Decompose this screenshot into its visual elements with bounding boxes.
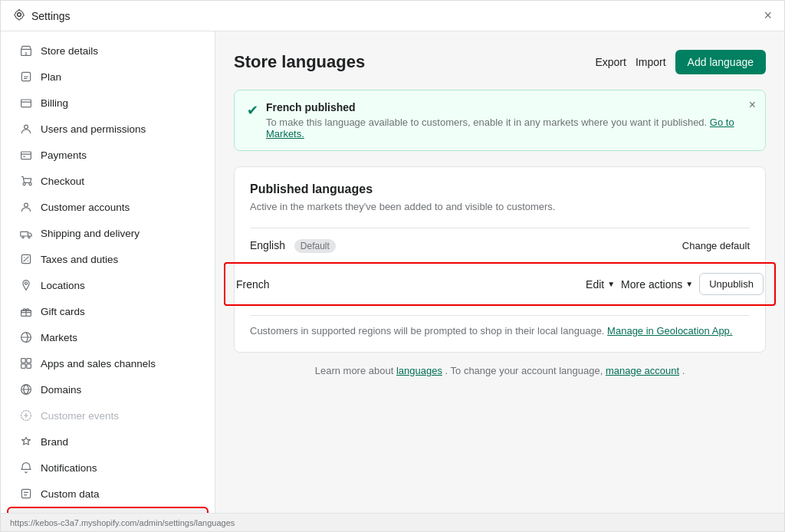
- french-label: French: [236, 278, 586, 291]
- sidebar-item-checkout[interactable]: Checkout: [7, 168, 209, 194]
- svg-rect-12: [21, 359, 26, 363]
- page-title: Store languages: [234, 52, 365, 72]
- sidebar-label-plan: Plan: [41, 71, 61, 83]
- footer-note: Learn more about languages . To change y…: [234, 365, 766, 376]
- sidebar-label-customer-events: Customer events: [41, 410, 119, 422]
- more-actions-dropdown-button[interactable]: More actions ▼: [621, 278, 693, 291]
- edit-dropdown-button[interactable]: Edit ▼: [586, 278, 615, 291]
- manage-account-link[interactable]: manage account: [606, 365, 679, 376]
- english-label: English Default: [250, 239, 682, 251]
- sidebar-item-domains[interactable]: Domains: [7, 376, 209, 402]
- svg-rect-4: [21, 152, 31, 159]
- sidebar-item-store-details[interactable]: Store details: [7, 38, 209, 64]
- geolocation-note: Customers in supported regions will be p…: [250, 315, 750, 337]
- sidebar-label-customer-accounts: Customer accounts: [41, 202, 130, 213]
- location-icon: [19, 278, 33, 292]
- sidebar-label-custom-data: Custom data: [41, 488, 100, 500]
- svg-rect-14: [21, 364, 26, 369]
- sidebar-item-apps[interactable]: Apps and sales channels: [7, 350, 209, 376]
- chevron-down-icon: ▼: [607, 280, 615, 288]
- card-description: Active in the markets they've been added…: [250, 201, 750, 212]
- alert-description: To make this language available to custo…: [266, 117, 753, 140]
- sidebar-item-users-permissions[interactable]: Users and permissions: [7, 116, 209, 142]
- settings-icon: [13, 8, 25, 23]
- sidebar-label-brand: Brand: [41, 436, 68, 448]
- close-button[interactable]: ×: [764, 8, 772, 24]
- sidebar-label-shipping: Shipping and delivery: [41, 228, 140, 239]
- card-title: Published languages: [250, 182, 750, 196]
- status-url: https://kebos-c3a7.myshopify.com/admin/s…: [10, 518, 235, 527]
- status-bar: https://kebos-c3a7.myshopify.com/admin/s…: [1, 513, 784, 531]
- page-header: Store languages Export Import Add langua…: [234, 50, 766, 74]
- sidebar-label-users: Users and permissions: [41, 123, 146, 135]
- checkout-icon: [19, 174, 33, 188]
- french-actions: Edit ▼ More actions ▼ Unpublish: [586, 273, 764, 295]
- billing-icon: [19, 96, 33, 110]
- svg-point-7: [28, 236, 30, 238]
- sidebar-item-markets[interactable]: Markets: [7, 324, 209, 350]
- app-window: Settings × Store details Plan: [0, 0, 785, 532]
- title-bar: Settings ×: [1, 1, 784, 31]
- sidebar: Store details Plan Billing Users and per…: [1, 31, 215, 513]
- store-icon: [19, 44, 33, 57]
- shipping-icon: [19, 226, 33, 240]
- main-layout: Store details Plan Billing Users and per…: [1, 31, 784, 513]
- sidebar-item-notifications[interactable]: Notifications: [7, 455, 209, 481]
- payments-icon: [19, 148, 33, 162]
- french-language-row: French Edit ▼ More actions ▼ Unpublish: [224, 262, 776, 306]
- alert-title: French published: [266, 101, 753, 113]
- markets-icon: [19, 330, 33, 344]
- main-content: Store languages Export Import Add langua…: [215, 31, 784, 513]
- sidebar-label-taxes: Taxes and duties: [41, 254, 118, 265]
- header-actions: Export Import Add language: [595, 50, 766, 74]
- sidebar-item-customer-accounts[interactable]: Customer accounts: [7, 194, 209, 220]
- domains-icon: [19, 383, 33, 396]
- svg-point-9: [25, 282, 27, 284]
- svg-point-5: [25, 203, 28, 207]
- default-badge: Default: [294, 239, 336, 253]
- svg-rect-13: [27, 359, 31, 363]
- sidebar-item-brand[interactable]: Brand: [7, 429, 209, 455]
- title-bar-left: Settings: [13, 8, 71, 23]
- unpublish-button[interactable]: Unpublish: [699, 273, 764, 295]
- notifications-icon: [19, 461, 33, 475]
- sidebar-label-markets: Markets: [41, 332, 77, 343]
- import-button[interactable]: Import: [636, 56, 666, 68]
- gift-icon: [19, 304, 33, 318]
- custom-icon: [19, 487, 33, 501]
- sidebar-label-billing: Billing: [41, 97, 68, 109]
- account-icon: [19, 200, 33, 214]
- sidebar-item-locations[interactable]: Locations: [7, 272, 209, 298]
- export-button[interactable]: Export: [595, 56, 626, 68]
- alert-banner: ✔ French published To make this language…: [234, 90, 766, 151]
- alert-close-button[interactable]: ×: [749, 98, 756, 112]
- sidebar-label-store-details: Store details: [41, 45, 98, 57]
- title-bar-title: Settings: [31, 10, 71, 22]
- sidebar-label-locations: Locations: [41, 280, 85, 291]
- svg-rect-15: [27, 364, 31, 369]
- change-default-link[interactable]: Change default: [682, 240, 750, 251]
- sidebar-label-payments: Payments: [41, 149, 87, 161]
- sidebar-item-shipping[interactable]: Shipping and delivery: [7, 220, 209, 246]
- sidebar-item-custom-data[interactable]: Custom data: [7, 481, 209, 507]
- geolocation-app-link[interactable]: Manage in Geolocation App.: [607, 325, 732, 337]
- sidebar-label-apps: Apps and sales channels: [41, 358, 156, 369]
- sidebar-item-plan[interactable]: Plan: [7, 64, 209, 90]
- sidebar-item-customer-events[interactable]: Customer events: [7, 402, 209, 429]
- alert-content: French published To make this language a…: [266, 101, 753, 140]
- apps-icon: [19, 356, 33, 370]
- sidebar-item-payments[interactable]: Payments: [7, 142, 209, 168]
- svg-rect-18: [21, 489, 30, 498]
- add-language-button[interactable]: Add language: [675, 50, 766, 74]
- languages-link[interactable]: languages: [396, 365, 442, 376]
- svg-point-3: [25, 125, 28, 129]
- sidebar-item-languages[interactable]: Languages: [7, 507, 209, 513]
- sidebar-item-billing[interactable]: Billing: [7, 90, 209, 116]
- brand-icon: [19, 435, 33, 448]
- sidebar-item-taxes[interactable]: Taxes and duties: [7, 246, 209, 272]
- sidebar-item-gift-cards[interactable]: Gift cards: [7, 298, 209, 324]
- chevron-down-icon: ▼: [685, 280, 693, 288]
- sidebar-label-domains: Domains: [41, 384, 81, 396]
- user-icon: [19, 122, 33, 136]
- sidebar-label-checkout: Checkout: [41, 176, 84, 187]
